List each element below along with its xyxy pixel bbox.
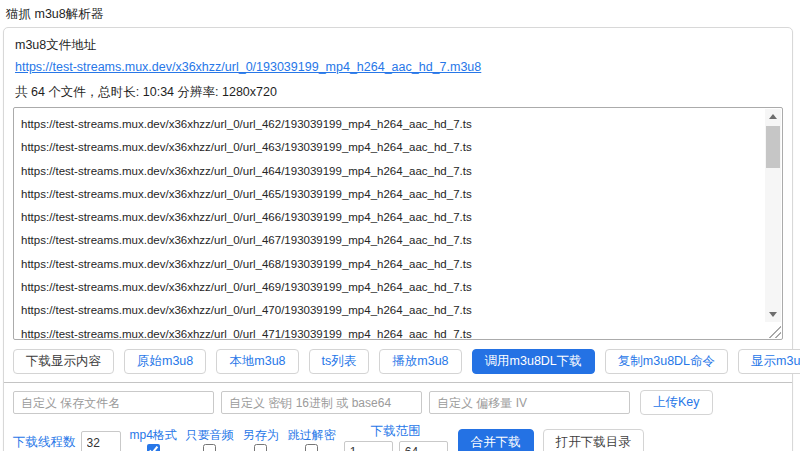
open-download-dir-button[interactable]: 打开下载目录	[543, 429, 644, 451]
divider	[4, 382, 792, 383]
checkbox-group-mp4-format: mp4格式	[130, 429, 177, 451]
m3u8-url-link[interactable]: https://test-streams.mux.dev/x36xhzz/url…	[15, 60, 481, 74]
range-from-input[interactable]	[344, 441, 393, 451]
key-input[interactable]	[221, 391, 422, 414]
save-as-checkbox[interactable]	[254, 444, 267, 451]
ts-url-line: https://test-streams.mux.dev/x36xhzz/url…	[21, 323, 756, 340]
mp4-format-label: mp4格式	[130, 429, 177, 442]
merge-download-button[interactable]: 合并下载	[458, 429, 534, 451]
audio-only-checkbox[interactable]	[203, 444, 216, 451]
show-m3u8dl-command-button[interactable]: 显示m3u8DL命令	[738, 349, 800, 374]
ts-url-line: https://test-streams.mux.dev/x36xhzz/url…	[21, 160, 756, 183]
checkbox-group-audio-only: 只要音频	[186, 429, 234, 451]
scrollbar-track[interactable]	[765, 109, 781, 322]
textarea-resize-grip-icon[interactable]	[766, 323, 781, 338]
local-m3u8-button[interactable]: 本地m3u8	[216, 349, 298, 374]
download-range-label: 下载范围	[371, 423, 421, 440]
checkbox-group-skip-decrypt: 跳过解密	[288, 429, 336, 451]
ts-url-line: https://test-streams.mux.dev/x36xhzz/url…	[21, 299, 756, 322]
filename-input[interactable]	[13, 391, 214, 414]
action-button-row: 下载显示内容 原始m3u8 本地m3u8 ts列表 播放m3u8 调用m3u8D…	[13, 349, 783, 374]
copy-m3u8dl-command-button[interactable]: 复制m3u8DL命令	[605, 349, 728, 374]
invoke-m3u8dl-download-button[interactable]: 调用m3u8DL下载	[472, 349, 595, 374]
checkbox-group-save-as: 另存为	[243, 429, 279, 451]
audio-only-label: 只要音频	[186, 429, 234, 442]
scrollbar-thumb[interactable]	[766, 126, 780, 168]
skip-decrypt-label: 跳过解密	[288, 429, 336, 442]
ts-url-line: https://test-streams.mux.dev/x36xhzz/url…	[21, 206, 756, 229]
parser-panel: m3u8文件地址 https://test-streams.mux.dev/x3…	[3, 27, 793, 451]
scrollbar-up-arrow-icon[interactable]	[765, 109, 781, 124]
iv-input[interactable]	[429, 391, 630, 414]
ts-list-button[interactable]: ts列表	[309, 349, 370, 374]
scrollbar-down-arrow-icon[interactable]	[765, 307, 781, 322]
ts-url-line: https://test-streams.mux.dev/x36xhzz/url…	[21, 276, 756, 299]
ts-url-line: https://test-streams.mux.dev/x36xhzz/url…	[21, 113, 756, 136]
ts-list-textarea[interactable]: https://test-streams.mux.dev/x36xhzz/url…	[13, 107, 783, 340]
threads-input[interactable]	[81, 431, 121, 451]
skip-decrypt-checkbox[interactable]	[305, 444, 318, 451]
ts-url-line: https://test-streams.mux.dev/x36xhzz/url…	[21, 183, 756, 206]
page-title: 猫抓 m3u8解析器	[0, 0, 800, 27]
upload-key-button[interactable]: 上传Key	[640, 390, 713, 415]
custom-input-row: 上传Key	[13, 390, 783, 415]
m3u8-url-label: m3u8文件地址	[15, 37, 783, 54]
original-m3u8-button[interactable]: 原始m3u8	[124, 349, 206, 374]
ts-url-line: https://test-streams.mux.dev/x36xhzz/url…	[21, 229, 756, 252]
range-to-input[interactable]	[399, 441, 448, 451]
ts-url-line: https://test-streams.mux.dev/x36xhzz/url…	[21, 253, 756, 276]
download-range-group: 下载范围	[344, 423, 448, 451]
save-as-label: 另存为	[243, 429, 279, 442]
download-options-row: 下载线程数 mp4格式 只要音频 另存为 跳过解密 下载范围 合并下载 打开下载…	[13, 423, 783, 451]
threads-label: 下载线程数	[13, 434, 76, 451]
ts-url-line: https://test-streams.mux.dev/x36xhzz/url…	[21, 136, 756, 159]
play-m3u8-button[interactable]: 播放m3u8	[379, 349, 461, 374]
file-info: 共 64 个文件，总时长: 10:34 分辨率: 1280x720	[15, 84, 783, 101]
download-displayed-content-button[interactable]: 下载显示内容	[13, 349, 114, 374]
mp4-format-checkbox[interactable]	[147, 444, 160, 451]
